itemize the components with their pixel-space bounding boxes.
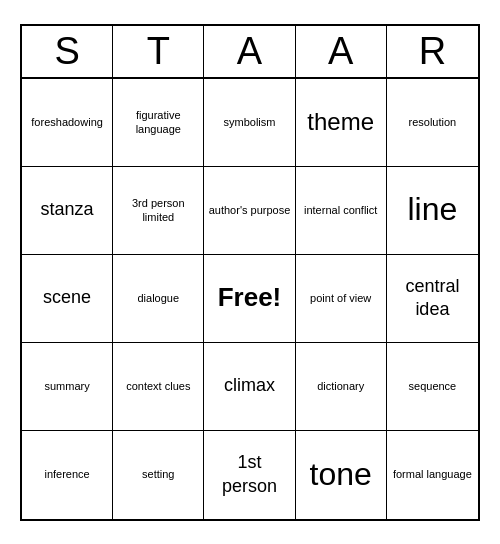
header-row: STAAR <box>22 26 478 79</box>
header-letter-R: R <box>387 26 478 77</box>
cell-4-4: formal language <box>387 431 478 519</box>
header-letter-S: S <box>22 26 113 77</box>
cell-text-0-0: foreshadowing <box>31 115 103 129</box>
cell-text-4-4: formal language <box>393 467 472 481</box>
bingo-card: STAAR foreshadowingfigurative languagesy… <box>20 24 480 521</box>
cell-text-0-1: figurative language <box>117 108 199 137</box>
cell-text-2-3: point of view <box>310 291 371 305</box>
cell-0-3: theme <box>296 79 387 167</box>
cell-2-0: scene <box>22 255 113 343</box>
cell-0-0: foreshadowing <box>22 79 113 167</box>
cell-text-4-2: 1st person <box>208 451 290 498</box>
cell-text-1-0: stanza <box>41 198 94 221</box>
cell-1-4: line <box>387 167 478 255</box>
cell-4-1: setting <box>113 431 204 519</box>
cell-4-0: inference <box>22 431 113 519</box>
cell-4-3: tone <box>296 431 387 519</box>
cell-0-1: figurative language <box>113 79 204 167</box>
cell-text-1-2: author's purpose <box>209 203 291 217</box>
cell-2-1: dialogue <box>113 255 204 343</box>
cell-1-2: author's purpose <box>204 167 295 255</box>
header-letter-A: A <box>204 26 295 77</box>
cell-text-2-2: Free! <box>218 281 282 315</box>
header-letter-T: T <box>113 26 204 77</box>
cell-text-3-3: dictionary <box>317 379 364 393</box>
cell-1-1: 3rd person limited <box>113 167 204 255</box>
cell-4-2: 1st person <box>204 431 295 519</box>
cell-text-0-4: resolution <box>409 115 457 129</box>
cell-3-1: context clues <box>113 343 204 431</box>
cell-2-3: point of view <box>296 255 387 343</box>
cell-text-3-4: sequence <box>409 379 457 393</box>
cell-text-1-1: 3rd person limited <box>117 196 199 225</box>
cell-text-4-1: setting <box>142 467 174 481</box>
cell-0-2: symbolism <box>204 79 295 167</box>
cell-text-0-2: symbolism <box>224 115 276 129</box>
cell-text-4-3: tone <box>310 454 372 496</box>
cell-text-1-4: line <box>407 189 457 231</box>
cell-text-3-1: context clues <box>126 379 190 393</box>
cell-text-0-3: theme <box>307 106 374 137</box>
cell-text-2-4: central idea <box>391 275 474 322</box>
cell-3-4: sequence <box>387 343 478 431</box>
header-letter-A: A <box>296 26 387 77</box>
cell-3-2: climax <box>204 343 295 431</box>
cell-text-4-0: inference <box>44 467 89 481</box>
cell-text-3-0: summary <box>44 379 89 393</box>
cell-1-3: internal conflict <box>296 167 387 255</box>
cell-3-0: summary <box>22 343 113 431</box>
cell-text-2-0: scene <box>43 286 91 309</box>
cell-0-4: resolution <box>387 79 478 167</box>
cell-2-2: Free! <box>204 255 295 343</box>
cell-text-1-3: internal conflict <box>304 203 377 217</box>
bingo-grid: foreshadowingfigurative languagesymbolis… <box>22 79 478 519</box>
cell-3-3: dictionary <box>296 343 387 431</box>
cell-text-2-1: dialogue <box>137 291 179 305</box>
cell-text-3-2: climax <box>224 374 275 397</box>
cell-1-0: stanza <box>22 167 113 255</box>
cell-2-4: central idea <box>387 255 478 343</box>
